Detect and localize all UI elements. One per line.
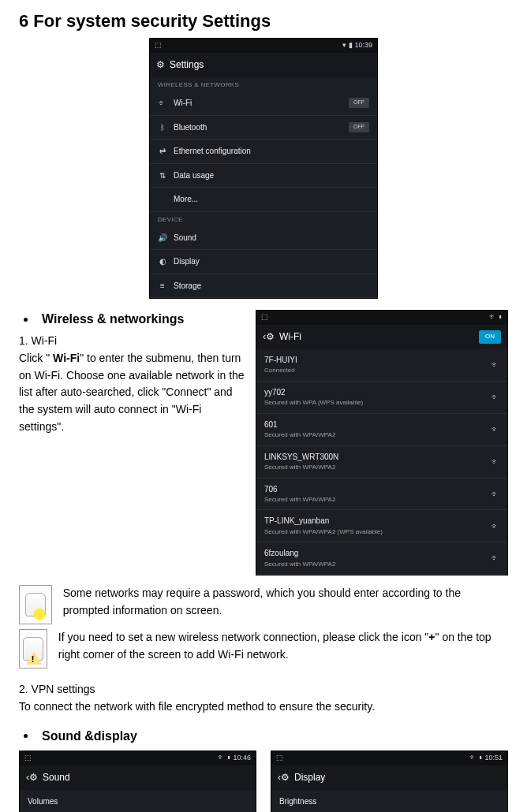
wifi-network-row[interactable]: 706Secured with WPA/WPA2ᯤ bbox=[256, 479, 507, 511]
wifi-name: 6fzoulang bbox=[264, 547, 335, 560]
wifi-signal-icon: ᯤ bbox=[491, 552, 499, 564]
settings-screenshot: ⬚ ▾ ▮ 10:39 ⚙ Settings WIRELESS & NETWOR… bbox=[149, 38, 378, 299]
wifi-sub: Secured with WPA/WPA2 bbox=[264, 495, 335, 505]
back-icon-sound[interactable]: ‹⚙ bbox=[26, 770, 38, 785]
section-wireless: WIRELESS & NETWORKS bbox=[150, 77, 377, 91]
status-left-display: ⬚ bbox=[276, 753, 283, 764]
row-ethernet[interactable]: ⇄Ethernet configuration bbox=[150, 140, 377, 164]
note-bulb: Some networks may require a password, wh… bbox=[19, 585, 508, 624]
bluetooth-toggle[interactable]: OFF bbox=[349, 122, 369, 132]
row-bluetooth[interactable]: ᛒBluetooth OFF bbox=[150, 116, 377, 140]
sound-header: Sound bbox=[43, 770, 70, 785]
wifi-network-row[interactable]: 7F-HUIYIConnectedᯤ bbox=[256, 349, 507, 382]
bulb-icon bbox=[19, 585, 52, 624]
storage-icon: ≡ bbox=[158, 280, 167, 292]
label-storage: Storage bbox=[174, 280, 201, 292]
wifi-status-icon: ▾ bbox=[342, 41, 346, 49]
wifi-header: Wi-Fi bbox=[279, 330, 301, 345]
gear-icon: ⚙ bbox=[156, 58, 165, 73]
row-more[interactable]: More... bbox=[150, 188, 377, 212]
clock-sound: 10:46 bbox=[233, 754, 251, 762]
wifi-sub: Connected bbox=[264, 366, 297, 375]
row-wifi[interactable]: ᯤWi-Fi OFF bbox=[150, 91, 377, 116]
wifi-signal-icon: ᯤ bbox=[491, 456, 499, 468]
section-device: DEVICE bbox=[150, 212, 377, 226]
sound-heading-text: Sound &display bbox=[42, 727, 137, 747]
warn-pre: If you need to set a new wireless networ… bbox=[58, 631, 429, 643]
vpn-heading: 2. VPN settings bbox=[19, 681, 508, 698]
note-warning-text: If you need to set a new wireless networ… bbox=[58, 629, 508, 663]
label-display: Display bbox=[174, 255, 200, 268]
battery-icon-2: ▮ bbox=[499, 313, 503, 321]
back-icon-display[interactable]: ‹⚙ bbox=[278, 770, 290, 785]
row-sound[interactable]: 🔊Sound bbox=[150, 226, 377, 251]
row-data-usage[interactable]: ⇅Data usage bbox=[150, 164, 377, 188]
sound-screenshot: ⬚ ᯤ ▮ 10:46 ‹⚙ Sound Volumes SYSTEM Defa… bbox=[19, 751, 256, 812]
wifi-name: yy702 bbox=[264, 386, 363, 399]
bullet-icon bbox=[24, 318, 28, 322]
heading-wireless: Wireless & networkings bbox=[19, 310, 246, 330]
display-icon: ◐ bbox=[158, 255, 167, 268]
wifi-name: 7F-HUIYI bbox=[264, 354, 297, 367]
page-title: 6 For system security Settings bbox=[19, 8, 508, 35]
display-label: Brightness bbox=[279, 795, 316, 808]
wifi-signal-icon: ᯤ bbox=[491, 359, 499, 371]
wifi-name: LINKSYS_WRT300N bbox=[264, 451, 338, 464]
wifi-signal-icon: ᯤ bbox=[491, 391, 499, 404]
warning-icon bbox=[19, 629, 47, 669]
wifi-name: TP-LINK_yuanban bbox=[264, 515, 383, 527]
label-sound: Sound bbox=[174, 232, 196, 244]
display-screenshot: ⬚ ᯤ ▮ 10:51 ‹⚙ Display BrightnessWallpap… bbox=[271, 751, 508, 812]
clock: 10:39 bbox=[354, 41, 372, 49]
status-left-wifi: ⬚ bbox=[261, 312, 268, 323]
label-bluetooth: Bluetooth bbox=[174, 121, 207, 134]
wifi-status-icon-4: ᯤ bbox=[469, 754, 477, 762]
settings-header: Settings bbox=[170, 58, 204, 73]
wifi-status-icon-2: ᯤ bbox=[489, 313, 496, 321]
wifi-para-bold: Wi-Fi bbox=[53, 352, 80, 364]
wifi-toggle[interactable]: OFF bbox=[349, 98, 369, 108]
wifi-para-pre: Click " bbox=[19, 352, 53, 364]
row-volumes[interactable]: Volumes bbox=[20, 790, 256, 812]
wifi-on-toggle[interactable]: ON bbox=[479, 330, 501, 343]
data-icon: ⇅ bbox=[158, 169, 167, 182]
wifi-network-row[interactable]: yy702Secured with WPA (WPS available)ᯤ bbox=[256, 382, 507, 414]
wifi-sub: Secured with WPA/WPA2 bbox=[264, 463, 338, 472]
wifi-icon: ᯤ bbox=[158, 97, 167, 110]
bluetooth-icon: ᛒ bbox=[158, 121, 167, 134]
status-left-sound: ⬚ bbox=[24, 753, 32, 764]
wifi-sub: Secured with WPA/WPA2 bbox=[264, 560, 335, 569]
wifi-sub: Secured with WPA/WPA2 bbox=[264, 430, 335, 440]
row-display[interactable]: ◐Display bbox=[150, 250, 377, 274]
back-icon[interactable]: ‹⚙ bbox=[263, 330, 275, 345]
wifi-network-row[interactable]: 601Secured with WPA/WPA2ᯤ bbox=[256, 414, 507, 446]
label-data: Data usage bbox=[174, 169, 214, 182]
battery-icon-3: ▮ bbox=[227, 754, 231, 762]
wifi-signal-icon: ᯤ bbox=[491, 520, 499, 533]
display-header: Display bbox=[294, 770, 325, 785]
ethernet-icon: ⇄ bbox=[158, 145, 167, 158]
bullet-icon-2 bbox=[24, 734, 28, 738]
wireless-heading-text: Wireless & networkings bbox=[42, 310, 184, 330]
label-wifi: Wi-Fi bbox=[174, 97, 192, 110]
wifi-name: 706 bbox=[264, 483, 335, 496]
wifi-network-row[interactable]: 6fzoulangSecured with WPA/WPA2ᯤ bbox=[256, 542, 507, 575]
note-bulb-text: Some networks may require a password, wh… bbox=[63, 585, 508, 619]
heading-sound-display: Sound &display bbox=[19, 727, 508, 747]
wifi-network-row[interactable]: TP-LINK_yuanbanSecured with WPA/WPA2 (WP… bbox=[256, 510, 507, 542]
row-storage[interactable]: ≡Storage bbox=[150, 274, 377, 299]
clock-display: 10:51 bbox=[484, 754, 503, 762]
wifi-signal-icon: ᯤ bbox=[491, 488, 499, 501]
wifi-network-row[interactable]: LINKSYS_WRT300NSecured with WPA/WPA2ᯤ bbox=[256, 446, 507, 479]
wifi-sub: Secured with WPA (WPS available) bbox=[264, 398, 363, 408]
sound-icon: 🔊 bbox=[158, 232, 167, 244]
label-ethernet: Ethernet configuration bbox=[174, 145, 251, 158]
label-more: More... bbox=[174, 193, 198, 206]
display-row[interactable]: Brightness bbox=[271, 790, 507, 812]
wifi-screenshot: ⬚ ᯤ ▮ ‹⚙ Wi-Fi ON 7F-HUIYIConnectedᯤyy70… bbox=[256, 310, 508, 575]
wifi-name: 601 bbox=[264, 419, 335, 431]
battery-icon: ▮ bbox=[349, 41, 353, 49]
warn-bold: + bbox=[428, 631, 435, 643]
label-volumes: Volumes bbox=[28, 795, 58, 808]
status-left: ⬚ bbox=[155, 40, 162, 51]
